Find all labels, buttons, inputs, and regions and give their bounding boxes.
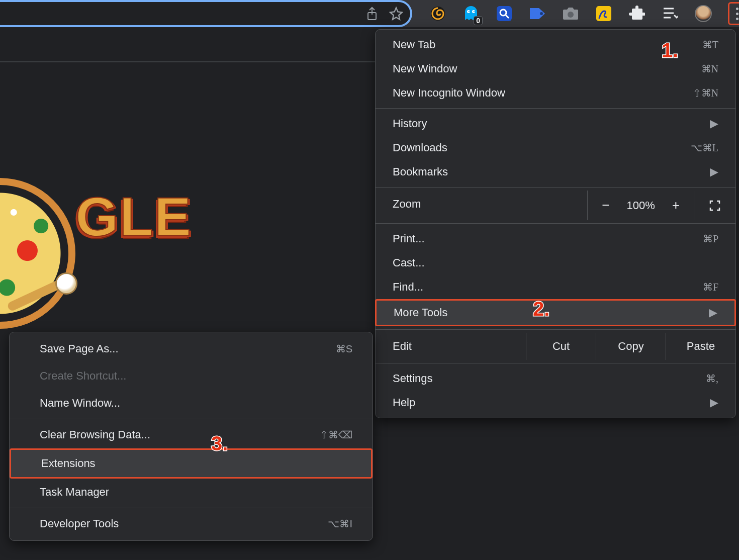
omnibox[interactable] — [0, 0, 412, 27]
profile-avatar[interactable] — [695, 5, 712, 22]
search-ext-icon[interactable] — [496, 5, 513, 22]
menu-new-window[interactable]: New Window ⌘N — [376, 57, 735, 81]
ghost-ext-badge: 0 — [474, 16, 483, 25]
submenu-arrow-icon: ▶ — [709, 306, 717, 319]
svg-point-5 — [474, 11, 475, 12]
menu-label: Clear Browsing Data... — [40, 428, 150, 441]
submenu-save-page[interactable]: Save Page As... ⌘S — [10, 335, 373, 362]
menu-print[interactable]: Print... ⌘P — [376, 227, 735, 251]
submenu-task-manager[interactable]: Task Manager — [10, 479, 373, 506]
callout-1: 1. — [662, 39, 678, 62]
menu-downloads[interactable]: Downloads ⌥⌘L — [376, 136, 735, 160]
zoom-in-button[interactable]: + — [672, 198, 680, 213]
menu-settings[interactable]: Settings ⌘, — [376, 366, 735, 391]
submenu-extensions[interactable]: Extensions — [10, 448, 373, 479]
svg-point-9 — [568, 12, 574, 18]
menu-edit-cut[interactable]: Cut — [526, 333, 596, 360]
menu-incognito[interactable]: New Incognito Window ⇧⌘N — [376, 81, 735, 105]
submenu-create-shortcut: Create Shortcut... — [10, 362, 373, 390]
svg-point-8 — [540, 12, 543, 15]
menu-label: Extensions — [41, 457, 96, 470]
swirl-ext-icon[interactable] — [429, 5, 446, 22]
menu-label: Name Window... — [40, 397, 120, 410]
menu-shortcut: ⌥⌘I — [328, 518, 352, 530]
menu-shortcut: ⌘, — [706, 372, 718, 385]
submenu-arrow-icon: ▶ — [710, 117, 718, 130]
zoom-value: 100% — [627, 199, 655, 212]
submenu-arrow-icon: ▶ — [710, 396, 718, 409]
menu-zoom-label: Zoom — [376, 191, 588, 220]
menu-history[interactable]: History ▶ — [376, 112, 735, 136]
menu-edit-paste[interactable]: Paste — [666, 333, 735, 360]
more-tools-submenu: Save Page As... ⌘S Create Shortcut... Na… — [9, 332, 373, 541]
menu-shortcut: ⇧⌘⌫ — [320, 429, 352, 441]
svg-rect-6 — [497, 6, 512, 21]
garlic-icon — [55, 272, 77, 295]
menu-label: Downloads — [393, 141, 447, 154]
menu-label: Settings — [393, 372, 433, 385]
callout-2: 2. — [533, 298, 549, 320]
share-icon[interactable] — [366, 7, 378, 21]
menu-edit-row: Edit Cut Copy Paste — [376, 333, 735, 360]
google-doodle[interactable]: GLE — [0, 163, 181, 294]
menu-label: Create Shortcut... — [40, 369, 126, 383]
menu-label: Task Manager — [40, 486, 109, 499]
ghost-ext-icon[interactable]: 0 — [463, 5, 480, 22]
menu-label: Print... — [393, 232, 425, 245]
menu-divider — [10, 419, 373, 419]
chrome-menu-button[interactable] — [728, 2, 739, 25]
menu-label: Cast... — [393, 256, 425, 269]
menu-find[interactable]: Find... ⌘F — [376, 275, 735, 299]
menu-help[interactable]: Help ▶ — [376, 391, 735, 415]
menu-more-tools[interactable]: More Tools ▶ — [375, 299, 736, 326]
menu-label: New Tab — [393, 38, 435, 51]
zoom-out-button[interactable]: − — [602, 198, 609, 213]
submenu-arrow-icon: ▶ — [710, 165, 718, 178]
submenu-developer-tools[interactable]: Developer Tools ⌥⌘I — [10, 510, 373, 537]
menu-edit-copy[interactable]: Copy — [596, 333, 666, 360]
menu-label: Developer Tools — [40, 517, 119, 530]
star-icon[interactable] — [389, 7, 403, 21]
menu-label: Save Page As... — [40, 342, 119, 355]
menu-cast[interactable]: Cast... — [376, 251, 735, 275]
menu-shortcut: ⇧⌘N — [693, 87, 718, 99]
menu-bookmarks[interactable]: Bookmarks ▶ — [376, 160, 735, 184]
kebab-icon — [736, 8, 738, 20]
chrome-menu: New Tab ⌘T New Window ⌘N New Incognito W… — [375, 29, 736, 418]
menu-new-tab[interactable]: New Tab ⌘T — [376, 33, 735, 57]
menu-label: Find... — [393, 281, 423, 294]
menu-label: Bookmarks — [393, 165, 448, 178]
browser-toolbar: 0 — [0, 0, 739, 27]
tag-ext-icon[interactable] — [529, 5, 546, 22]
menu-label: New Window — [393, 62, 457, 75]
menu-shortcut: ⌥⌘L — [691, 142, 718, 154]
doodle-letters: GLE — [75, 189, 190, 244]
puzzle-ext-icon[interactable] — [628, 5, 645, 22]
menu-shortcut: ⌘T — [702, 39, 718, 51]
extensions-strip: 0 — [412, 2, 739, 25]
notes-ext-icon[interactable] — [595, 5, 612, 22]
menu-shortcut: ⌘N — [701, 63, 718, 75]
callout-3: 3. — [211, 432, 228, 455]
menu-shortcut: ⌘P — [703, 233, 718, 245]
submenu-name-window[interactable]: Name Window... — [10, 390, 373, 417]
menu-label: Help — [393, 396, 415, 409]
svg-rect-10 — [596, 6, 611, 21]
content-divider — [0, 61, 375, 62]
submenu-clear-data[interactable]: Clear Browsing Data... ⇧⌘⌫ — [10, 421, 373, 448]
menu-label: New Incognito Window — [393, 86, 505, 100]
menu-edit-label: Edit — [376, 333, 526, 360]
camera-ext-icon[interactable] — [562, 5, 579, 22]
menu-label: More Tools — [394, 306, 447, 319]
menu-label: History — [393, 117, 427, 130]
fullscreen-button[interactable] — [694, 191, 735, 220]
svg-point-4 — [469, 11, 470, 12]
menu-zoom-row: Zoom − 100% + — [376, 191, 735, 220]
reading-list-icon[interactable] — [662, 5, 679, 22]
menu-divider — [10, 508, 373, 508]
menu-shortcut: ⌘S — [336, 343, 352, 355]
menu-shortcut: ⌘F — [703, 281, 718, 293]
